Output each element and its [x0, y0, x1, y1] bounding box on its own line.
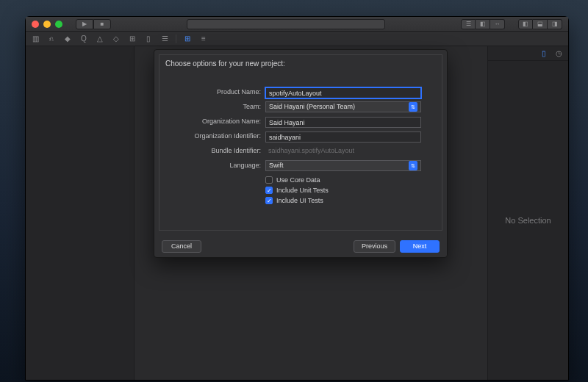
org-name-input[interactable]: [265, 117, 421, 128]
debug-nav-icon[interactable]: ⊞: [127, 34, 137, 44]
project-options-form: Product Name: Team: Said Hayani (Persona…: [159, 68, 442, 230]
language-select[interactable]: Swift ⇅: [265, 160, 421, 171]
traffic-lights: [32, 21, 62, 28]
team-label: Team:: [180, 103, 261, 110]
file-inspector-icon[interactable]: ▯: [539, 48, 549, 59]
stop-button[interactable]: ■: [93, 19, 111, 29]
find-nav-icon[interactable]: Q: [79, 34, 89, 44]
panel-bottom-icon[interactable]: ⬓: [533, 19, 548, 29]
team-select[interactable]: Said Hayani (Personal Team) ⇅: [265, 101, 421, 112]
zoom-icon[interactable]: [55, 21, 62, 28]
history-inspector-icon[interactable]: ◷: [553, 48, 564, 59]
symbol-nav-icon[interactable]: ◆: [62, 34, 73, 44]
core-data-label: Use Core Data: [276, 176, 320, 184]
org-name-label: Organization Name:: [180, 118, 261, 125]
next-button[interactable]: Next: [400, 240, 440, 253]
hierarchy-icon[interactable]: ≡: [198, 34, 209, 44]
test-nav-icon[interactable]: ◇: [111, 34, 121, 44]
minimize-icon[interactable]: [43, 21, 51, 28]
xcode-window: ▶ ■ ☰ ◧ ↔ ◧ ⬓ ◨ ▥ ⎌ ◆ Q △ ◇ ⊞ ▯ ☰ ⊞ ≡: [25, 16, 569, 381]
chevron-updown-icon: ⇅: [409, 102, 417, 112]
navigator-toolbar: ▥ ⎌ ◆ Q △ ◇ ⊞ ▯ ☰ ⊞ ≡: [26, 32, 568, 46]
cancel-button[interactable]: Cancel: [162, 240, 201, 253]
ui-tests-label: Include UI Tests: [276, 197, 323, 204]
breakpoint-nav-icon[interactable]: ▯: [143, 34, 154, 44]
editor-assistant-icon[interactable]: ◧: [476, 19, 490, 29]
bundle-id-value: saidhayani.spotifyAutoLayout: [265, 147, 421, 154]
inspector-pane: ▯ ◷ No Selection: [487, 46, 568, 380]
language-label: Language:: [180, 162, 261, 169]
panel-left-icon[interactable]: ◧: [518, 19, 533, 29]
previous-button[interactable]: Previous: [354, 240, 395, 253]
org-id-input[interactable]: [265, 131, 421, 143]
team-select-value: Said Hayani (Personal Team): [269, 103, 355, 110]
editor-canvas: Choose options for your new project: Pro…: [135, 46, 487, 380]
sheet-prompt: Choose options for your new project:: [159, 55, 442, 68]
navigator-pane: [26, 46, 135, 380]
editor-version-icon[interactable]: ↔: [490, 19, 505, 29]
panel-right-icon[interactable]: ◨: [548, 19, 562, 29]
product-name-label: Product Name:: [180, 88, 261, 96]
sheet-footer: Cancel Previous Next: [154, 235, 447, 257]
bundle-id-label: Bundle Identifier:: [180, 147, 261, 154]
org-id-label: Organization Identifier:: [180, 132, 261, 140]
chevron-updown-icon: ⇅: [409, 161, 417, 170]
close-icon[interactable]: [32, 21, 39, 28]
report-nav-icon[interactable]: ☰: [159, 34, 170, 44]
library-icon[interactable]: ⊞: [182, 34, 193, 44]
unit-tests-checkbox[interactable]: ✓: [265, 187, 273, 194]
ui-tests-checkbox[interactable]: ✓: [265, 197, 273, 204]
activity-bar: [187, 19, 385, 29]
unit-tests-label: Include Unit Tests: [276, 187, 329, 194]
language-select-value: Swift: [269, 162, 284, 169]
editor-standard-icon[interactable]: ☰: [461, 19, 476, 29]
new-project-sheet: Choose options for your new project: Pro…: [154, 49, 448, 258]
run-button[interactable]: ▶: [76, 19, 93, 29]
titlebar: ▶ ■ ☰ ◧ ↔ ◧ ⬓ ◨: [26, 17, 568, 32]
product-name-input[interactable]: [265, 87, 421, 98]
issue-nav-icon[interactable]: △: [95, 34, 105, 44]
source-nav-icon[interactable]: ⎌: [46, 34, 57, 44]
project-nav-icon[interactable]: ▥: [30, 34, 40, 44]
core-data-checkbox[interactable]: [265, 176, 273, 184]
inspector-placeholder: No Selection: [505, 216, 551, 225]
